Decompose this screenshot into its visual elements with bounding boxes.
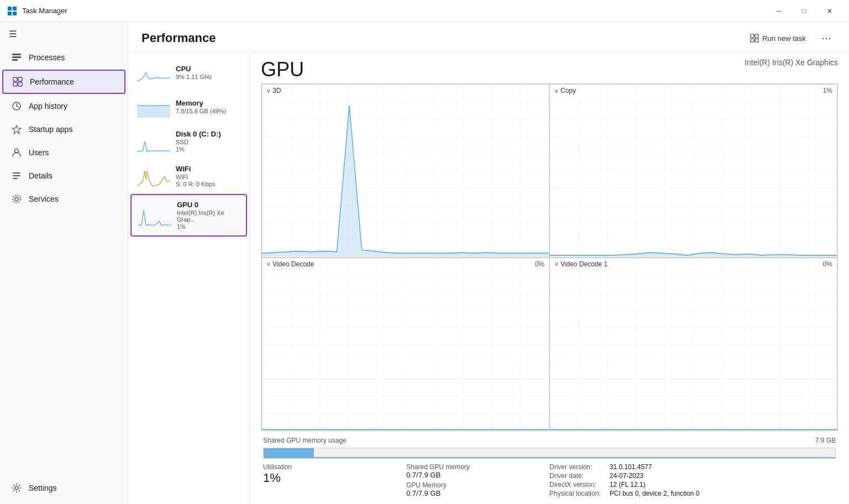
svg-rect-26 xyxy=(262,85,549,257)
sidebar-item-startup-apps[interactable]: Startup apps xyxy=(2,118,125,140)
physical-location-key: Physical location: xyxy=(549,490,601,497)
perf-item-disk[interactable]: Disk 0 (C: D:) SSD 1% xyxy=(130,124,247,158)
memory-info: Memory 7.8/15.8 GB (49%) xyxy=(176,99,240,114)
window-title: Task Manager xyxy=(22,7,766,15)
panel-body: CPU 9% 1.11 GHz Memory 7.8/15.8 GB (49%) xyxy=(128,53,849,504)
shared-memory-section: Shared GPU memory usage 7.9 GB xyxy=(261,435,838,445)
perf-item-cpu[interactable]: CPU 9% 1.11 GHz xyxy=(130,56,247,89)
app-history-icon xyxy=(11,101,22,112)
gpu-title: GPU xyxy=(261,58,304,81)
services-icon xyxy=(11,193,22,204)
details-icon xyxy=(11,170,22,181)
minimize-button[interactable]: ─ xyxy=(766,0,792,22)
cpu-sub: 9% 1.11 GHz xyxy=(176,74,240,80)
svg-point-17 xyxy=(15,197,18,201)
sidebar: ☰ Processes xyxy=(0,22,128,504)
wifi-mini-chart xyxy=(137,165,170,187)
disk-info: Disk 0 (C: D:) SSD 1% xyxy=(176,130,240,153)
svg-rect-20 xyxy=(751,34,754,38)
svg-rect-5 xyxy=(12,56,21,58)
gpu-detail-panel: GPU Intel(R) Iris(R) Xe Graphics ∨ 3D xyxy=(250,53,849,504)
shared-memory-max: 7.9 GB xyxy=(815,437,836,444)
chart-3d: ∨ 3D xyxy=(261,84,549,258)
gpu0-sub2: 1% xyxy=(177,223,239,230)
driver-version-key: Driver version: xyxy=(549,463,601,471)
driver-info-block: Driver version: 31.0.101.4577 Driver dat… xyxy=(549,463,836,497)
performance-label: Performance xyxy=(30,77,74,86)
svg-rect-3 xyxy=(13,12,17,15)
disk-mini-chart xyxy=(137,130,170,153)
close-button[interactable]: ✕ xyxy=(817,0,842,22)
disk-sub2: 1% xyxy=(176,146,240,153)
svg-rect-4 xyxy=(12,54,21,55)
run-new-task-button[interactable]: Run new task xyxy=(746,32,810,45)
sidebar-item-settings[interactable]: Settings xyxy=(2,477,125,499)
titlebar: Task Manager ─ □ ✕ xyxy=(0,0,849,22)
disk-sub1: SSD xyxy=(176,139,240,145)
svg-rect-7 xyxy=(13,77,17,81)
app-icon xyxy=(7,6,18,17)
chart-copy-pct: 1% xyxy=(823,87,832,95)
wifi-name: WiFi xyxy=(176,165,240,173)
svg-point-19 xyxy=(15,486,18,490)
gpu0-info: GPU 0 Intel(R) Iris(R) Xe Grap... 1% xyxy=(177,201,239,230)
startup-apps-icon xyxy=(11,124,22,135)
more-options-button[interactable]: ⋯ xyxy=(817,30,836,46)
chart-video-decode-label: ∨ Video Decode xyxy=(266,260,314,268)
chart-video-decode-1-label: ∨ Video Decode 1 xyxy=(554,260,607,268)
svg-rect-10 xyxy=(18,82,22,86)
chart-copy-label: ∨ Copy xyxy=(554,87,576,95)
gpu-title-row: GPU Intel(R) Iris(R) Xe Graphics xyxy=(261,58,838,81)
driver-date-val: 24-07-2023 xyxy=(610,472,836,480)
svg-marker-12 xyxy=(12,125,21,134)
svg-rect-30 xyxy=(262,258,549,431)
performance-list: CPU 9% 1.11 GHz Memory 7.8/15.8 GB (49%) xyxy=(128,53,250,504)
sidebar-bottom: Settings xyxy=(0,476,128,504)
hamburger-menu[interactable]: ☰ xyxy=(0,22,128,46)
svg-rect-6 xyxy=(12,59,18,61)
svg-rect-22 xyxy=(751,39,754,42)
run-new-task-label: Run new task xyxy=(762,34,806,43)
svg-rect-16 xyxy=(13,178,18,179)
sidebar-item-details[interactable]: Details xyxy=(2,165,125,187)
perf-item-memory[interactable]: Memory 7.8/15.8 GB (49%) xyxy=(130,90,247,123)
svg-rect-14 xyxy=(13,172,20,174)
memory-sub: 7.8/15.8 GB (49%) xyxy=(176,108,240,114)
sidebar-item-services[interactable]: Services xyxy=(2,188,125,210)
sidebar-item-app-history[interactable]: App history xyxy=(2,95,125,117)
cpu-name: CPU xyxy=(176,65,240,73)
sidebar-item-users[interactable]: Users xyxy=(2,141,125,164)
chart-video-decode-1-pct: 0% xyxy=(823,260,832,268)
window-controls: ─ □ ✕ xyxy=(766,0,842,22)
gpu-memory-value: 0.7/7.9 GB xyxy=(406,489,549,497)
sidebar-item-performance[interactable]: Performance xyxy=(2,70,125,94)
wifi-info: WiFi WiFi S: 0 R: 0 Kbps xyxy=(176,165,240,187)
utilisation-value: 1% xyxy=(263,471,406,485)
directx-key: DirectX version: xyxy=(549,481,601,489)
svg-rect-24 xyxy=(137,106,170,118)
maximize-button[interactable]: □ xyxy=(792,0,817,22)
sidebar-item-processes[interactable]: Processes xyxy=(2,46,125,69)
panel-title: Performance xyxy=(142,31,216,45)
utilisation-label: Utilisation xyxy=(263,463,406,471)
main-content-area: ☰ Processes xyxy=(0,22,849,504)
svg-rect-2 xyxy=(8,12,12,15)
chart-copy-svg xyxy=(550,85,837,257)
chart-video-decode-1-svg xyxy=(550,258,837,431)
svg-rect-0 xyxy=(8,7,12,11)
details-label: Details xyxy=(29,171,53,180)
app-history-label: App history xyxy=(29,102,67,111)
chart-video-decode-svg xyxy=(262,258,549,431)
svg-rect-21 xyxy=(755,34,758,38)
processes-label: Processes xyxy=(29,53,65,62)
startup-apps-label: Startup apps xyxy=(29,125,72,134)
perf-item-gpu0[interactable]: GPU 0 Intel(R) Iris(R) Xe Grap... 1% xyxy=(130,194,247,237)
svg-rect-28 xyxy=(550,85,837,257)
driver-version-val: 31.0.101.4577 xyxy=(610,463,836,471)
cpu-info: CPU 9% 1.11 GHz xyxy=(176,65,240,80)
users-icon xyxy=(11,147,22,158)
svg-rect-23 xyxy=(755,39,758,42)
header-actions: Run new task ⋯ xyxy=(746,30,836,46)
task-manager-window: Task Manager ─ □ ✕ ☰ Processes xyxy=(0,0,849,504)
perf-item-wifi[interactable]: WiFi WiFi S: 0 R: 0 Kbps xyxy=(130,159,247,193)
